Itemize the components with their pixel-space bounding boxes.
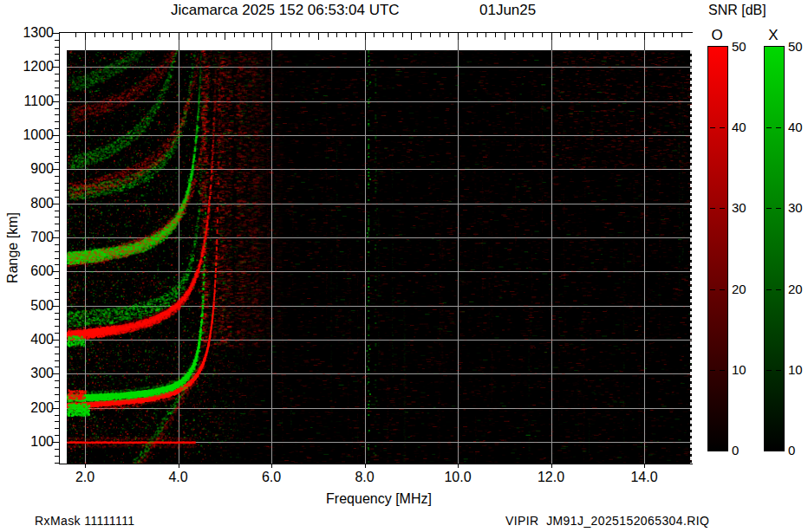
y-minor-tick [55,435,59,436]
x-minor-tick [672,33,673,37]
x-major-tick-bottom [458,464,459,468]
x-minor-tick [411,33,412,40]
x-minor-tick [160,33,160,37]
y-tick-label: 100 [16,434,54,450]
y-minor-tick [55,258,59,259]
y-major-tick [52,33,59,34]
y-minor-tick [55,292,59,293]
y-tick-label: 900 [16,161,54,177]
x-minor-tick [495,33,496,37]
colorbar-title: SNR [dB] [708,3,766,18]
x-minor-tick [346,33,347,37]
x-minor-tick [150,33,151,37]
y-tick-label: 1200 [16,59,54,75]
x-minor-tick [440,33,440,37]
y-minor-tick [55,114,59,115]
x-minor-tick [551,33,552,40]
x-minor-tick [216,33,217,37]
y-major-tick [52,306,59,307]
x-minor-tick [663,33,664,37]
y-minor-tick [55,313,59,314]
x-axis-title: Frequency [MHz] [292,491,466,507]
y-tick-label: 1000 [16,127,54,143]
y-tick-label: 700 [16,230,54,245]
colorbar-dash-tick [710,289,715,290]
x-minor-tick [579,33,580,37]
colorbar-dash-tick [720,370,725,371]
axis-left-line [59,32,60,464]
y-major-tick [52,373,59,374]
x-minor-tick [532,33,533,37]
x-minor-tick [597,33,598,40]
colorbar-dash-tick [710,208,715,209]
y-tick-label: 200 [16,400,54,416]
y-tick-label: 600 [16,263,54,279]
x-minor-tick [393,33,394,37]
x-minor-tick [626,33,627,37]
y-minor-tick [55,251,59,252]
colorbar-tick-label: 30 [788,200,808,215]
x-minor-tick [467,33,468,37]
x-tick-label: 12.0 [534,470,569,485]
y-minor-tick [55,463,59,464]
x-minor-tick [234,33,235,37]
y-minor-tick [55,183,59,184]
y-minor-tick [55,162,59,163]
y-minor-tick [55,354,59,354]
y-major-tick [52,169,59,170]
x-minor-tick [318,33,319,40]
x-minor-tick [94,33,95,37]
x-minor-tick [523,33,524,37]
x-minor-tick [262,33,263,37]
x-tick-label: 4.0 [161,470,196,485]
y-minor-tick [55,149,59,150]
y-minor-tick [55,326,59,327]
page-title: Jicamarca 2025 152 06:53:04 UTC [171,2,400,19]
y-minor-tick [55,319,59,320]
y-tick-label: 500 [16,298,54,314]
y-minor-tick [55,347,59,347]
axis-bottom-line [59,464,693,464]
x-major-tick-bottom [365,464,366,468]
x-minor-tick [113,33,114,37]
x-minor-tick [402,33,403,37]
x-major-tick-bottom [179,464,179,468]
y-minor-tick [55,278,59,279]
y-major-tick [52,271,59,272]
colorbar-dash-tick [766,208,772,209]
y-minor-tick [55,176,59,177]
x-minor-tick [514,33,515,37]
x-tick-label: 14.0 [627,470,661,485]
x-minor-tick [420,33,421,37]
y-minor-tick [55,421,59,422]
x-minor-tick [75,33,76,37]
y-minor-tick [55,401,59,402]
colorbar-dash-tick [776,208,781,209]
y-minor-tick [55,142,59,143]
x-minor-tick [244,33,244,37]
colorbar-dash-tick [710,127,715,128]
x-minor-tick [448,33,449,37]
y-minor-tick [55,94,59,95]
y-tick-label: 1100 [16,94,54,109]
y-minor-tick [55,380,59,381]
x-minor-tick [85,33,86,40]
x-major-tick-bottom [644,464,645,468]
y-minor-tick [55,217,59,217]
x-tick-label: 10.0 [440,470,475,485]
y-tick-label: 1300 [16,25,54,41]
x-minor-tick [607,33,608,37]
colorbar-tick-label: 20 [788,282,808,296]
colorbar-tick-label: 40 [788,120,808,134]
x-minor-tick [169,33,170,37]
colorbar-tick-label: 10 [788,362,808,377]
y-minor-tick [55,387,59,388]
x-minor-tick [560,33,561,37]
y-major-tick [52,204,59,204]
y-minor-tick [55,394,59,395]
x-minor-tick [281,33,282,37]
x-minor-tick [336,33,337,37]
colorbar-o-mode [707,46,728,451]
y-minor-tick [55,224,59,224]
y-tick-label: 400 [16,332,54,347]
